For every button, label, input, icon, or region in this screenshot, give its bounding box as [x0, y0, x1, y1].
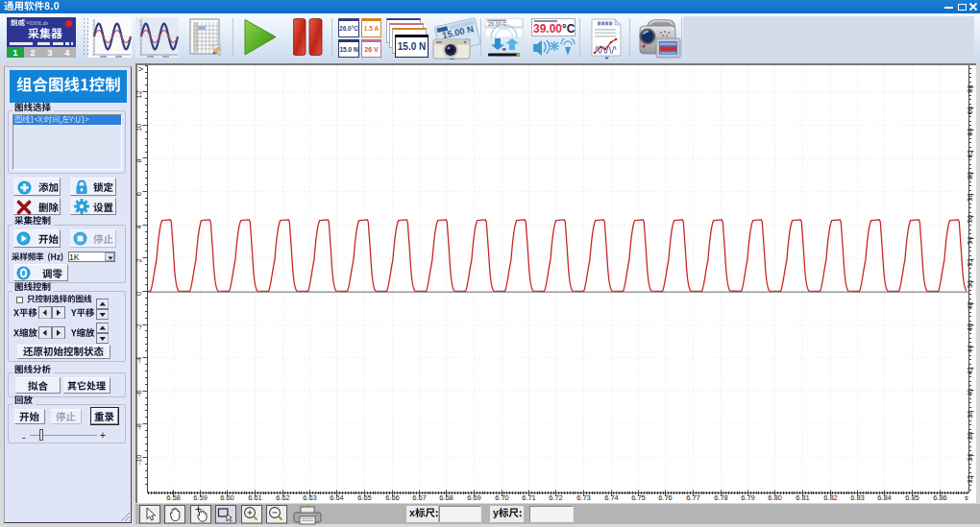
svg-text:50: 50 [966, 280, 974, 288]
svg-text:10: 10 [135, 124, 143, 132]
svg-text:-6: -6 [135, 390, 143, 396]
svg-text:68: 68 [966, 84, 974, 92]
svg-text:s: s [965, 493, 968, 502]
svg-text:54: 54 [966, 237, 974, 245]
svg-text:40: 40 [966, 389, 974, 396]
svg-text:2: 2 [135, 258, 143, 262]
svg-text:V: V [136, 66, 145, 71]
svg-text:8: 8 [135, 158, 143, 162]
svg-text:60: 60 [966, 172, 974, 180]
svg-text:64: 64 [966, 129, 974, 136]
svg-text:-8: -8 [135, 423, 143, 430]
svg-text:0: 0 [135, 292, 143, 296]
svg-text:-4: -4 [135, 357, 143, 364]
svg-text:-2: -2 [135, 323, 143, 330]
svg-text:34: 34 [966, 454, 974, 462]
svg-text:6: 6 [135, 192, 143, 196]
svg-text:44: 44 [966, 346, 974, 353]
svg-text:4: 4 [135, 226, 143, 229]
svg-text:12: 12 [135, 90, 143, 98]
svg-text:-10: -10 [135, 454, 143, 465]
svg-text:48: 48 [966, 301, 974, 309]
